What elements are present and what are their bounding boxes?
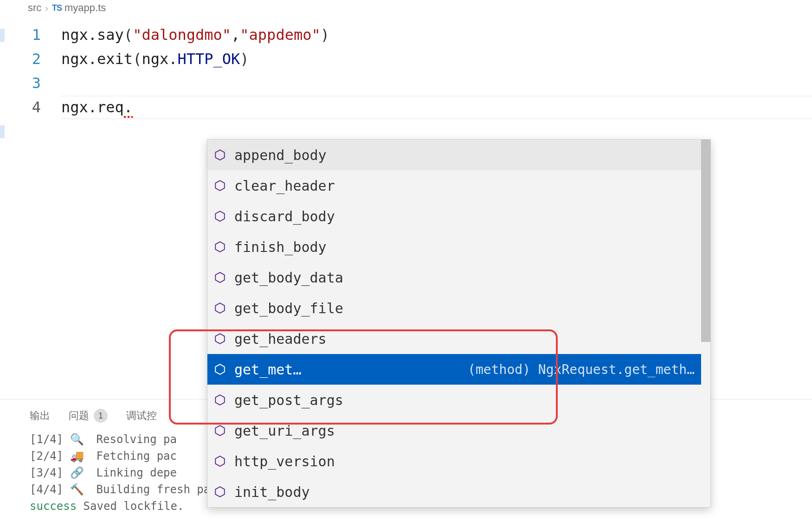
hammer-icon: 🔨 <box>70 481 83 498</box>
autocomplete-item[interactable]: append_body <box>207 140 701 170</box>
code-line[interactable]: 2 ngx.exit(ngx.HTTP_OK) <box>0 47 812 71</box>
breadcrumb: src › TS myapp.ts <box>0 0 812 18</box>
line-number: 1 <box>15 23 61 47</box>
scrollbar[interactable] <box>701 140 710 507</box>
method-icon <box>214 271 226 283</box>
method-icon <box>214 210 226 222</box>
tab-problems-label: 问题 <box>69 409 89 423</box>
autocomplete-item[interactable]: clear_header <box>207 170 701 201</box>
autocomplete-item[interactable]: get_body_data <box>207 262 701 293</box>
code-text[interactable]: ngx.req. <box>61 96 812 119</box>
autocomplete-label: get_uri_args <box>234 423 335 439</box>
autocomplete-label: discard_body <box>234 208 335 225</box>
method-icon <box>214 302 226 314</box>
autocomplete-label: get_met… <box>234 361 302 378</box>
method-icon <box>214 455 226 467</box>
breadcrumb-file-name: myapp.ts <box>64 2 106 14</box>
chevron-right-icon: › <box>45 3 48 13</box>
method-icon <box>214 149 226 161</box>
tab-output[interactable]: 输出 <box>30 409 50 423</box>
svg-marker-1 <box>215 180 225 191</box>
line-number: 4 <box>15 96 61 119</box>
autocomplete-item[interactable]: http_version <box>207 446 701 476</box>
autocomplete-label: http_version <box>234 453 335 470</box>
method-icon <box>214 241 226 253</box>
svg-marker-2 <box>215 211 225 221</box>
method-icon <box>214 394 226 406</box>
line-number: 2 <box>15 47 61 71</box>
method-icon <box>214 180 226 192</box>
scrollbar-thumb[interactable] <box>701 140 710 342</box>
autocomplete-item[interactable]: get_post_args <box>207 385 701 415</box>
svg-marker-10 <box>215 456 225 466</box>
autocomplete-label: get_post_args <box>234 392 343 408</box>
autocomplete-popup[interactable]: append_body clear_header discard_body fi… <box>207 139 711 508</box>
method-icon <box>214 363 226 375</box>
autocomplete-item[interactable]: get_body_file <box>207 293 701 323</box>
autocomplete-item[interactable]: discard_body <box>207 201 701 232</box>
method-icon <box>214 333 226 345</box>
truck-icon: 🚚 <box>70 448 83 464</box>
autocomplete-label: clear_header <box>234 178 335 194</box>
typescript-icon: TS <box>52 3 62 13</box>
autocomplete-item[interactable]: get_uri_args <box>207 415 701 446</box>
autocomplete-item[interactable]: get_headers <box>207 323 701 354</box>
autocomplete-detail: (method) NgxRequest.get_meth… <box>449 362 695 377</box>
tab-problems[interactable]: 问题 1 <box>69 409 108 423</box>
code-editor[interactable]: 1 ngx.say("dalongdmo","appdemo") 2 ngx.e… <box>0 18 812 144</box>
autocomplete-label: get_body_data <box>234 270 343 286</box>
svg-marker-4 <box>215 272 225 283</box>
breadcrumb-file[interactable]: TS myapp.ts <box>52 2 106 14</box>
autocomplete-item-selected[interactable]: get_met… (method) NgxRequest.get_meth… <box>207 354 701 385</box>
line-indicator <box>0 47 15 71</box>
svg-marker-0 <box>215 150 225 160</box>
autocomplete-list[interactable]: append_body clear_header discard_body fi… <box>207 140 701 507</box>
code-line[interactable]: 1 ngx.say("dalongdmo","appdemo") <box>0 23 812 47</box>
autocomplete-label: finish_body <box>234 239 327 255</box>
line-indicator <box>0 23 15 47</box>
method-icon <box>214 425 226 437</box>
breadcrumb-folder[interactable]: src <box>28 2 41 14</box>
code-line[interactable]: 3 <box>0 71 812 96</box>
autocomplete-item[interactable]: finish_body <box>207 232 701 262</box>
line-number: 3 <box>15 71 61 95</box>
line-indicator <box>0 71 15 96</box>
autocomplete-label: append_body <box>234 147 327 163</box>
code-text[interactable]: ngx.exit(ngx.HTTP_OK) <box>61 47 812 71</box>
link-icon: 🔗 <box>70 464 83 481</box>
svg-marker-9 <box>215 425 225 436</box>
tab-debug-console[interactable]: 调试控 <box>126 409 157 423</box>
method-icon <box>214 486 226 498</box>
svg-marker-8 <box>215 395 225 405</box>
svg-marker-7 <box>215 364 225 374</box>
svg-marker-6 <box>215 334 225 344</box>
autocomplete-item[interactable]: init_body <box>207 476 701 507</box>
line-indicator <box>0 96 15 120</box>
svg-marker-3 <box>215 242 225 252</box>
svg-marker-11 <box>215 487 225 497</box>
autocomplete-label: get_body_file <box>234 300 343 316</box>
line-indicator <box>0 120 15 144</box>
code-text[interactable]: ngx.say("dalongdmo","appdemo") <box>61 23 812 47</box>
problems-count-badge: 1 <box>94 409 108 423</box>
code-line-current[interactable]: 4 ngx.req. <box>0 96 812 120</box>
svg-marker-5 <box>215 303 225 313</box>
magnifier-icon: 🔍 <box>70 431 83 448</box>
autocomplete-label: get_headers <box>234 331 327 347</box>
autocomplete-label: init_body <box>234 484 310 500</box>
